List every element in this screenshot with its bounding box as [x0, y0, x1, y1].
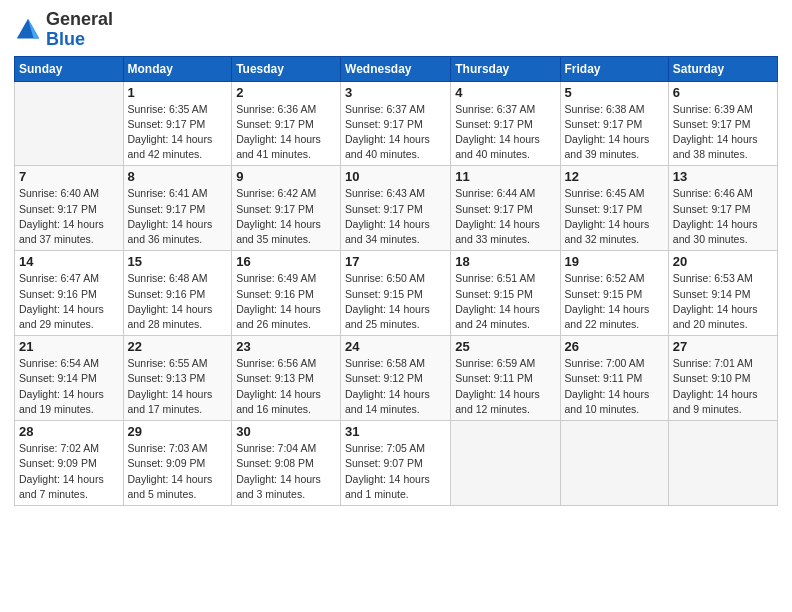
weekday-header-monday: Monday — [123, 56, 232, 81]
calendar-cell: 14Sunrise: 6:47 AM Sunset: 9:16 PM Dayli… — [15, 251, 124, 336]
page-container: General Blue SundayMondayTuesdayWednesda… — [0, 0, 792, 612]
weekday-header-saturday: Saturday — [668, 56, 777, 81]
day-info: Sunrise: 6:42 AM Sunset: 9:17 PM Dayligh… — [236, 186, 336, 247]
day-info: Sunrise: 6:56 AM Sunset: 9:13 PM Dayligh… — [236, 356, 336, 417]
calendar-cell: 1Sunrise: 6:35 AM Sunset: 9:17 PM Daylig… — [123, 81, 232, 166]
day-number: 13 — [673, 169, 773, 184]
calendar-cell: 19Sunrise: 6:52 AM Sunset: 9:15 PM Dayli… — [560, 251, 668, 336]
page-header: General Blue — [14, 10, 778, 50]
day-number: 11 — [455, 169, 555, 184]
day-info: Sunrise: 7:02 AM Sunset: 9:09 PM Dayligh… — [19, 441, 119, 502]
day-number: 23 — [236, 339, 336, 354]
calendar-cell: 5Sunrise: 6:38 AM Sunset: 9:17 PM Daylig… — [560, 81, 668, 166]
day-info: Sunrise: 6:36 AM Sunset: 9:17 PM Dayligh… — [236, 102, 336, 163]
day-number: 21 — [19, 339, 119, 354]
weekday-header-wednesday: Wednesday — [341, 56, 451, 81]
day-info: Sunrise: 6:47 AM Sunset: 9:16 PM Dayligh… — [19, 271, 119, 332]
calendar-cell: 7Sunrise: 6:40 AM Sunset: 9:17 PM Daylig… — [15, 166, 124, 251]
day-number: 2 — [236, 85, 336, 100]
day-number: 3 — [345, 85, 446, 100]
calendar-cell — [560, 421, 668, 506]
day-info: Sunrise: 6:46 AM Sunset: 9:17 PM Dayligh… — [673, 186, 773, 247]
weekday-header-row: SundayMondayTuesdayWednesdayThursdayFrid… — [15, 56, 778, 81]
weekday-header-friday: Friday — [560, 56, 668, 81]
day-number: 16 — [236, 254, 336, 269]
day-number: 8 — [128, 169, 228, 184]
calendar-cell — [15, 81, 124, 166]
calendar-cell: 22Sunrise: 6:55 AM Sunset: 9:13 PM Dayli… — [123, 336, 232, 421]
calendar-cell: 10Sunrise: 6:43 AM Sunset: 9:17 PM Dayli… — [341, 166, 451, 251]
calendar-cell: 16Sunrise: 6:49 AM Sunset: 9:16 PM Dayli… — [232, 251, 341, 336]
calendar-cell: 31Sunrise: 7:05 AM Sunset: 9:07 PM Dayli… — [341, 421, 451, 506]
day-number: 1 — [128, 85, 228, 100]
calendar-cell: 18Sunrise: 6:51 AM Sunset: 9:15 PM Dayli… — [451, 251, 560, 336]
day-number: 5 — [565, 85, 664, 100]
day-number: 17 — [345, 254, 446, 269]
day-info: Sunrise: 7:01 AM Sunset: 9:10 PM Dayligh… — [673, 356, 773, 417]
calendar-cell: 2Sunrise: 6:36 AM Sunset: 9:17 PM Daylig… — [232, 81, 341, 166]
calendar-cell: 26Sunrise: 7:00 AM Sunset: 9:11 PM Dayli… — [560, 336, 668, 421]
day-number: 31 — [345, 424, 446, 439]
day-number: 22 — [128, 339, 228, 354]
day-info: Sunrise: 6:38 AM Sunset: 9:17 PM Dayligh… — [565, 102, 664, 163]
day-number: 30 — [236, 424, 336, 439]
calendar-cell — [668, 421, 777, 506]
day-info: Sunrise: 6:51 AM Sunset: 9:15 PM Dayligh… — [455, 271, 555, 332]
day-info: Sunrise: 6:48 AM Sunset: 9:16 PM Dayligh… — [128, 271, 228, 332]
calendar-cell: 30Sunrise: 7:04 AM Sunset: 9:08 PM Dayli… — [232, 421, 341, 506]
logo-text: General Blue — [46, 10, 113, 50]
day-info: Sunrise: 6:45 AM Sunset: 9:17 PM Dayligh… — [565, 186, 664, 247]
calendar-cell: 21Sunrise: 6:54 AM Sunset: 9:14 PM Dayli… — [15, 336, 124, 421]
calendar-week-5: 28Sunrise: 7:02 AM Sunset: 9:09 PM Dayli… — [15, 421, 778, 506]
calendar-week-4: 21Sunrise: 6:54 AM Sunset: 9:14 PM Dayli… — [15, 336, 778, 421]
day-number: 18 — [455, 254, 555, 269]
day-info: Sunrise: 7:03 AM Sunset: 9:09 PM Dayligh… — [128, 441, 228, 502]
calendar-cell: 29Sunrise: 7:03 AM Sunset: 9:09 PM Dayli… — [123, 421, 232, 506]
day-info: Sunrise: 6:52 AM Sunset: 9:15 PM Dayligh… — [565, 271, 664, 332]
day-info: Sunrise: 7:00 AM Sunset: 9:11 PM Dayligh… — [565, 356, 664, 417]
calendar-cell: 15Sunrise: 6:48 AM Sunset: 9:16 PM Dayli… — [123, 251, 232, 336]
day-info: Sunrise: 6:54 AM Sunset: 9:14 PM Dayligh… — [19, 356, 119, 417]
weekday-header-tuesday: Tuesday — [232, 56, 341, 81]
day-number: 26 — [565, 339, 664, 354]
calendar-cell: 17Sunrise: 6:50 AM Sunset: 9:15 PM Dayli… — [341, 251, 451, 336]
logo-icon — [14, 16, 42, 44]
calendar-cell: 12Sunrise: 6:45 AM Sunset: 9:17 PM Dayli… — [560, 166, 668, 251]
day-number: 14 — [19, 254, 119, 269]
day-number: 6 — [673, 85, 773, 100]
calendar-cell: 25Sunrise: 6:59 AM Sunset: 9:11 PM Dayli… — [451, 336, 560, 421]
weekday-header-sunday: Sunday — [15, 56, 124, 81]
day-number: 4 — [455, 85, 555, 100]
day-info: Sunrise: 6:44 AM Sunset: 9:17 PM Dayligh… — [455, 186, 555, 247]
calendar-cell: 9Sunrise: 6:42 AM Sunset: 9:17 PM Daylig… — [232, 166, 341, 251]
day-info: Sunrise: 6:37 AM Sunset: 9:17 PM Dayligh… — [345, 102, 446, 163]
calendar-table: SundayMondayTuesdayWednesdayThursdayFrid… — [14, 56, 778, 506]
day-info: Sunrise: 6:49 AM Sunset: 9:16 PM Dayligh… — [236, 271, 336, 332]
day-number: 25 — [455, 339, 555, 354]
logo: General Blue — [14, 10, 113, 50]
calendar-cell — [451, 421, 560, 506]
calendar-cell: 11Sunrise: 6:44 AM Sunset: 9:17 PM Dayli… — [451, 166, 560, 251]
calendar-cell: 27Sunrise: 7:01 AM Sunset: 9:10 PM Dayli… — [668, 336, 777, 421]
calendar-cell: 8Sunrise: 6:41 AM Sunset: 9:17 PM Daylig… — [123, 166, 232, 251]
day-info: Sunrise: 7:04 AM Sunset: 9:08 PM Dayligh… — [236, 441, 336, 502]
day-number: 10 — [345, 169, 446, 184]
day-info: Sunrise: 6:39 AM Sunset: 9:17 PM Dayligh… — [673, 102, 773, 163]
weekday-header-thursday: Thursday — [451, 56, 560, 81]
calendar-cell: 6Sunrise: 6:39 AM Sunset: 9:17 PM Daylig… — [668, 81, 777, 166]
calendar-week-2: 7Sunrise: 6:40 AM Sunset: 9:17 PM Daylig… — [15, 166, 778, 251]
day-number: 20 — [673, 254, 773, 269]
day-number: 27 — [673, 339, 773, 354]
day-info: Sunrise: 6:35 AM Sunset: 9:17 PM Dayligh… — [128, 102, 228, 163]
day-number: 28 — [19, 424, 119, 439]
day-number: 7 — [19, 169, 119, 184]
calendar-week-3: 14Sunrise: 6:47 AM Sunset: 9:16 PM Dayli… — [15, 251, 778, 336]
calendar-cell: 24Sunrise: 6:58 AM Sunset: 9:12 PM Dayli… — [341, 336, 451, 421]
day-number: 19 — [565, 254, 664, 269]
day-info: Sunrise: 6:43 AM Sunset: 9:17 PM Dayligh… — [345, 186, 446, 247]
day-info: Sunrise: 6:53 AM Sunset: 9:14 PM Dayligh… — [673, 271, 773, 332]
day-number: 12 — [565, 169, 664, 184]
day-info: Sunrise: 6:55 AM Sunset: 9:13 PM Dayligh… — [128, 356, 228, 417]
calendar-cell: 20Sunrise: 6:53 AM Sunset: 9:14 PM Dayli… — [668, 251, 777, 336]
day-info: Sunrise: 6:40 AM Sunset: 9:17 PM Dayligh… — [19, 186, 119, 247]
